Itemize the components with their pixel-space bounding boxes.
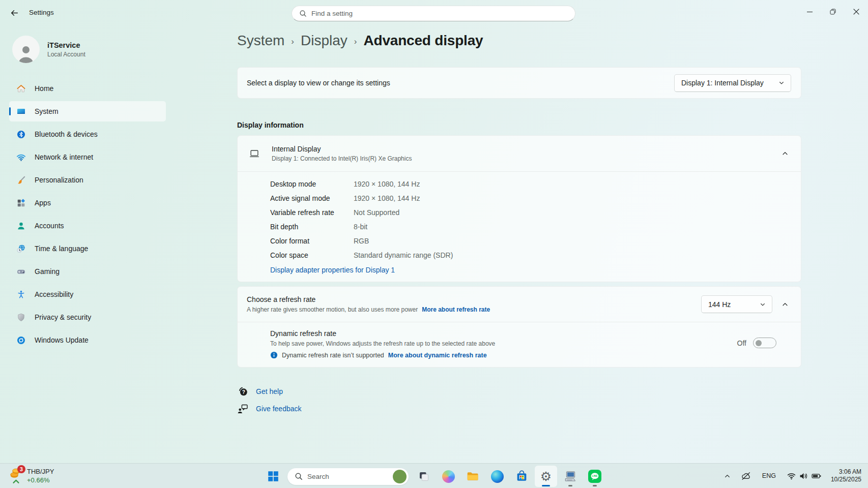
windows-logo-icon	[268, 471, 279, 482]
sidebar-item-time-language[interactable]: Time & language	[9, 238, 166, 259]
copilot-button[interactable]	[437, 466, 459, 487]
system-icon	[16, 107, 26, 116]
info-label: Desktop mode	[270, 180, 354, 188]
expander-text: Internal Display Display 1: Connected to…	[272, 145, 770, 162]
get-help-link[interactable]: Get help	[256, 387, 283, 395]
info-row-color-format: Color format RGB	[270, 234, 789, 248]
display-selector-card: Select a display to view or change its s…	[237, 67, 801, 99]
back-button[interactable]	[7, 6, 22, 19]
sidebar-item-label: Windows Update	[35, 336, 89, 344]
edge-icon	[491, 470, 504, 483]
sidebar-item-accounts[interactable]: Accounts	[9, 216, 166, 236]
settings-app-button[interactable]: ⚙	[535, 466, 557, 487]
internal-display-expander[interactable]: Internal Display Display 1: Connected to…	[238, 136, 801, 171]
sidebar-item-windows-update[interactable]: Windows Update	[9, 330, 166, 350]
sidebar-item-bluetooth-devices[interactable]: Bluetooth & devices	[9, 124, 166, 144]
refresh-rate-title: Choose a refresh rate	[247, 295, 701, 303]
language-indicator[interactable]: ENG	[759, 467, 779, 485]
user-account-block[interactable]: iTService Local Account	[12, 36, 166, 63]
sidebar-item-accessibility[interactable]: Accessibility	[9, 284, 166, 304]
info-icon	[270, 351, 278, 359]
taskbar-search-box[interactable]: Search	[287, 468, 409, 485]
clock-button[interactable]: 3:06 AM 10/25/2025	[829, 468, 861, 483]
search-highlight-image[interactable]	[393, 470, 407, 483]
onedrive-status-button[interactable]	[738, 467, 754, 485]
sidebar: iTService Local Account Home System Blue…	[0, 24, 173, 463]
back-arrow-icon	[10, 9, 19, 17]
refresh-rate-dropdown[interactable]: 144 Hz	[701, 295, 772, 313]
more-about-dynamic-refresh-rate-link[interactable]: More about dynamic refresh rate	[388, 352, 487, 359]
microsoft-store-button[interactable]	[510, 466, 533, 487]
avatar	[12, 36, 40, 63]
sidebar-item-label: Home	[35, 84, 53, 93]
chevron-up-icon	[724, 472, 731, 480]
file-explorer-button[interactable]	[461, 466, 484, 487]
info-row-desktop-mode: Desktop mode 1920 × 1080, 144 Hz	[270, 177, 789, 191]
sidebar-item-label: Accessibility	[35, 290, 73, 298]
file-explorer-icon	[466, 470, 479, 483]
close-button[interactable]	[845, 0, 868, 23]
display-adapter-properties-link-row: Display adapter properties for Display 1	[270, 263, 789, 277]
dynamic-refresh-rate-toggle-wrap: Off	[737, 338, 776, 348]
sidebar-item-apps[interactable]: Apps	[9, 193, 166, 213]
tray-time: 3:06 AM	[831, 468, 861, 476]
sidebar-item-gaming[interactable]: Gaming	[9, 261, 166, 282]
copilot-icon	[442, 470, 455, 483]
hidden-icons-button[interactable]	[721, 467, 734, 485]
dynamic-refresh-rate-toggle[interactable]	[753, 338, 776, 348]
breadcrumb-system[interactable]: System	[237, 33, 284, 49]
chevron-up-icon[interactable]	[782, 301, 789, 308]
give-feedback-row[interactable]: Give feedback	[237, 403, 801, 414]
user-text: iTService Local Account	[47, 41, 85, 58]
give-feedback-link[interactable]: Give feedback	[256, 405, 302, 413]
sidebar-item-personalization[interactable]: Personalization	[9, 170, 166, 190]
sidebar-item-home[interactable]: Home	[9, 78, 166, 99]
breadcrumb: System › Display › Advanced display	[237, 30, 868, 51]
task-view-button[interactable]	[413, 466, 435, 487]
sidebar-item-label: Bluetooth & devices	[35, 130, 98, 138]
network-volume-battery-button[interactable]	[784, 467, 824, 485]
display-adapter-properties-link[interactable]: Display adapter properties for Display 1	[270, 266, 395, 274]
footer-links: ? Get help Give feedback	[237, 386, 801, 414]
info-value: Standard dynamic range (SDR)	[354, 251, 453, 259]
pc-app-button[interactable]	[559, 466, 582, 487]
settings-search-input[interactable]	[311, 10, 568, 17]
search-icon	[299, 10, 307, 17]
battery-icon	[812, 473, 821, 479]
get-help-icon: ?	[237, 386, 249, 398]
accessibility-icon	[16, 290, 26, 299]
dynamic-refresh-rate-row: Dynamic refresh rate To help save power,…	[238, 322, 801, 367]
minimize-button[interactable]	[798, 0, 821, 23]
restore-button[interactable]	[821, 0, 845, 23]
display-selector-label: Select a display to view or change its s…	[247, 79, 674, 87]
home-icon	[16, 84, 26, 94]
taskbar-search-placeholder: Search	[307, 473, 388, 480]
windows-desktop: { "window": { "app_title": "Settings", "…	[0, 0, 868, 488]
get-help-row[interactable]: ? Get help	[237, 386, 801, 397]
refresh-rate-text: Choose a refresh rate A higher rate give…	[247, 295, 701, 313]
personalization-icon	[16, 175, 26, 185]
wifi-icon	[787, 472, 796, 480]
chevron-up-icon[interactable]	[782, 150, 789, 157]
edge-button[interactable]	[486, 466, 508, 487]
widgets-button[interactable]: 3 THB/JPY +0.66%	[5, 467, 57, 485]
gaming-icon	[16, 267, 26, 277]
display-selector-dropdown[interactable]: Display 1: Internal Display	[674, 74, 791, 92]
computer-icon	[564, 470, 577, 483]
info-value: Not Supported	[354, 208, 399, 217]
system-tray: ENG 3:06 AM 10/25/2025	[721, 464, 868, 488]
display-selector-value: Display 1: Internal Display	[681, 79, 764, 87]
sidebar-item-label: Time & language	[35, 245, 88, 253]
sidebar-item-system[interactable]: System	[9, 101, 166, 121]
breadcrumb-display[interactable]: Display	[301, 33, 348, 49]
line-app-button[interactable]: LINE	[584, 466, 606, 487]
more-about-refresh-rate-link[interactable]: More about refresh rate	[422, 306, 490, 313]
breadcrumb-separator-icon: ›	[354, 35, 357, 47]
info-value: 8-bit	[354, 223, 367, 231]
start-button[interactable]	[263, 466, 283, 487]
currency-pair: THB/JPY	[27, 468, 54, 475]
sidebar-item-privacy-security[interactable]: Privacy & security	[9, 307, 166, 327]
person-icon	[16, 43, 36, 63]
sidebar-item-network-internet[interactable]: Network & internet	[9, 147, 166, 167]
settings-search-box[interactable]	[292, 6, 575, 21]
